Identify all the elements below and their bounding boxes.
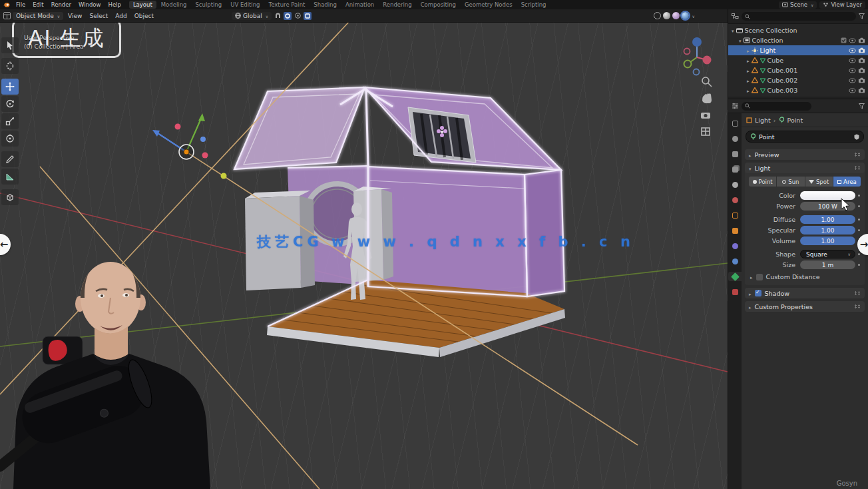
tool-measure[interactable]	[1, 169, 19, 185]
camera-render-icon[interactable]	[858, 77, 865, 83]
animate-dot[interactable]	[855, 219, 862, 221]
camera-render-icon[interactable]	[858, 37, 865, 43]
shadow-checkbox[interactable]	[755, 290, 761, 296]
tab-object-data[interactable]	[728, 272, 742, 281]
eye-icon[interactable]	[849, 58, 856, 63]
outliner-item-cube-001[interactable]: Cube.001	[728, 65, 868, 75]
custom-distance-checkbox[interactable]	[756, 274, 763, 280]
menu-help[interactable]: Help	[105, 1, 124, 8]
tab-scripting[interactable]: Scripting	[517, 1, 550, 9]
light-type-point[interactable]: Point	[749, 177, 776, 187]
eye-icon[interactable]	[849, 88, 856, 93]
panel-drag-handle[interactable]	[854, 166, 861, 170]
custom-distance-subpanel[interactable]: Custom Distance	[748, 271, 862, 281]
tab-scene[interactable]	[730, 180, 740, 189]
snap-magnet-icon[interactable]	[274, 12, 282, 20]
panel-preview-header[interactable]: Preview	[745, 149, 865, 160]
tab-constraints[interactable]	[730, 256, 740, 266]
axis-y-ball[interactable]	[684, 61, 692, 68]
expand-icon[interactable]	[747, 77, 750, 84]
camera-render-icon[interactable]	[858, 47, 865, 53]
outliner-search-input[interactable]	[742, 12, 856, 21]
properties-editor-icon[interactable]	[732, 103, 739, 109]
navigation-gizmo[interactable]	[684, 37, 712, 75]
zoom-tool-icon[interactable]	[702, 77, 712, 87]
shading-wireframe-icon[interactable]	[654, 12, 661, 19]
tab-rendering[interactable]: Rendering	[379, 1, 415, 9]
breadcrumb-object[interactable]: Light	[755, 117, 771, 124]
house-model[interactable]	[234, 87, 565, 357]
outliner-item-light[interactable]: Light	[728, 45, 868, 55]
tool-scale[interactable]	[1, 113, 19, 129]
datablock-name-field[interactable]: Point	[746, 131, 864, 143]
shading-rendered-icon[interactable]	[682, 12, 689, 19]
blender-logo-icon[interactable]	[3, 2, 10, 7]
pan-hand-icon[interactable]	[702, 93, 712, 103]
fake-user-shield-icon[interactable]	[854, 134, 859, 140]
mode-dropdown[interactable]: Object Mode	[13, 12, 63, 20]
shading-dropdown[interactable]	[691, 13, 695, 19]
scene-selector[interactable]: Scene	[779, 1, 817, 9]
axis-neg-ball[interactable]	[694, 69, 700, 75]
tab-layout[interactable]: Layout	[129, 1, 156, 9]
snap-toggle-icon[interactable]	[284, 12, 292, 20]
size-field[interactable]: 1 m	[800, 260, 855, 269]
camera-render-icon[interactable]	[858, 67, 865, 73]
animate-dot[interactable]	[855, 229, 862, 231]
filter-icon[interactable]	[859, 103, 865, 109]
light-handle-ball[interactable]	[221, 173, 227, 179]
panel-drag-handle[interactable]	[854, 153, 861, 157]
outliner-item-cube-003[interactable]: Cube.003	[728, 85, 868, 95]
gizmo-axis-dot-blue[interactable]	[200, 137, 206, 142]
light-origin[interactable]	[184, 149, 189, 155]
animate-dot[interactable]	[855, 195, 862, 197]
skylight-window[interactable]	[408, 107, 476, 163]
tab-geometry-nodes[interactable]: Geometry Nodes	[461, 1, 517, 9]
menu-view[interactable]: View	[65, 13, 85, 19]
animate-dot[interactable]	[855, 205, 862, 207]
tab-modeling[interactable]: Modeling	[157, 1, 191, 9]
menu-render[interactable]: Render	[48, 1, 75, 8]
expand-icon[interactable]	[739, 37, 742, 44]
menu-edit[interactable]: Edit	[29, 1, 47, 8]
outliner-item-collection[interactable]: Collection	[728, 35, 868, 45]
light-type-spot[interactable]: Spot	[805, 177, 833, 187]
gizmo-toggle-icon[interactable]	[304, 12, 312, 20]
transform-orientation-dropdown[interactable]: Global	[232, 12, 272, 20]
menu-file[interactable]: File	[13, 1, 29, 8]
shape-dropdown[interactable]: Square	[800, 250, 855, 258]
exclude-checkbox-icon[interactable]	[841, 37, 847, 43]
eye-icon[interactable]	[849, 78, 856, 83]
specular-slider[interactable]: 1.00	[800, 226, 855, 235]
outliner-item-cube[interactable]: Cube	[728, 55, 868, 65]
tab-object[interactable]	[730, 211, 740, 220]
proportional-edit-icon[interactable]	[294, 12, 302, 20]
tab-animation[interactable]: Animation	[341, 1, 378, 9]
eye-icon[interactable]	[849, 38, 856, 43]
panel-shadow-header[interactable]: Shadow	[745, 288, 865, 298]
tab-shading[interactable]: Shading	[310, 1, 341, 9]
tool-move[interactable]	[1, 79, 19, 95]
viewport-3d[interactable]: User Perspective (0) Collection | Area A…	[0, 0, 728, 489]
animate-dot[interactable]	[855, 253, 862, 255]
tool-add-cube[interactable]	[1, 189, 19, 205]
roof-left[interactable]	[234, 87, 365, 169]
volume-slider[interactable]: 1.00	[800, 237, 855, 245]
expand-icon[interactable]	[747, 47, 750, 54]
eye-icon[interactable]	[849, 68, 856, 73]
tab-compositing[interactable]: Compositing	[417, 1, 460, 9]
camera-render-icon[interactable]	[858, 57, 865, 63]
tab-sculpting[interactable]: Sculpting	[191, 1, 226, 9]
filter-icon[interactable]	[859, 13, 865, 19]
tool-transform[interactable]	[1, 131, 19, 147]
outliner-editor-icon[interactable]	[732, 13, 739, 20]
tab-view-layer[interactable]	[730, 165, 740, 174]
menu-select[interactable]: Select	[87, 13, 110, 19]
expand-icon[interactable]	[747, 57, 750, 64]
axis-x-ball[interactable]	[703, 56, 712, 65]
tab-modifiers[interactable]	[730, 226, 740, 235]
breadcrumb-data[interactable]: Point	[787, 117, 803, 124]
tab-uv-editing[interactable]: UV Editing	[226, 1, 264, 9]
expand-icon[interactable]	[747, 67, 750, 74]
expand-icon[interactable]	[747, 87, 750, 94]
